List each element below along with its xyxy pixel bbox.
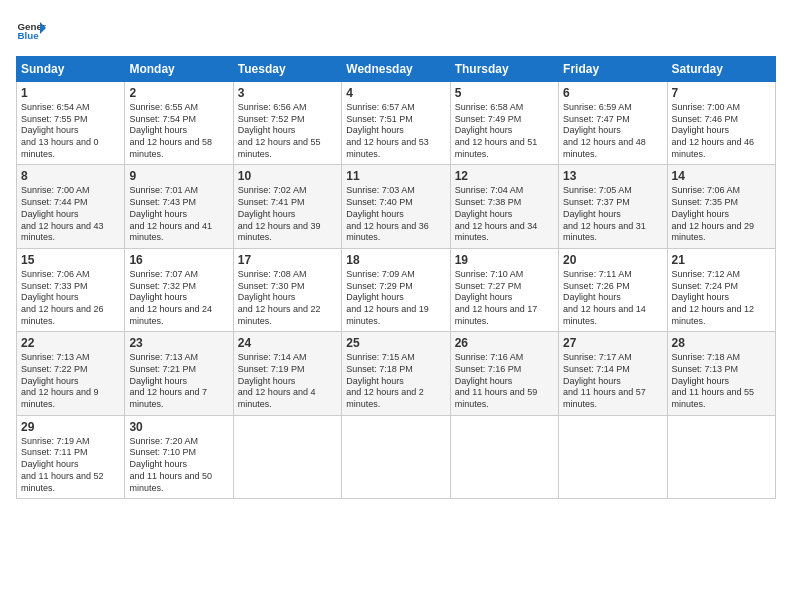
day-number: 4 bbox=[346, 86, 445, 100]
calendar-cell: 4 Sunrise: 6:57 AM Sunset: 7:51 PM Dayli… bbox=[342, 82, 450, 165]
day-info: Sunrise: 7:16 AM Sunset: 7:16 PM Dayligh… bbox=[455, 352, 554, 410]
header: General Blue bbox=[16, 16, 776, 46]
calendar-cell: 27 Sunrise: 7:17 AM Sunset: 7:14 PM Dayl… bbox=[559, 332, 667, 415]
calendar-cell: 13 Sunrise: 7:05 AM Sunset: 7:37 PM Dayl… bbox=[559, 165, 667, 248]
calendar-cell: 26 Sunrise: 7:16 AM Sunset: 7:16 PM Dayl… bbox=[450, 332, 558, 415]
weekday-header-saturday: Saturday bbox=[667, 57, 775, 82]
weekday-header-wednesday: Wednesday bbox=[342, 57, 450, 82]
day-number: 12 bbox=[455, 169, 554, 183]
day-info: Sunrise: 7:15 AM Sunset: 7:18 PM Dayligh… bbox=[346, 352, 445, 410]
calendar-table: SundayMondayTuesdayWednesdayThursdayFrid… bbox=[16, 56, 776, 499]
calendar-cell: 9 Sunrise: 7:01 AM Sunset: 7:43 PM Dayli… bbox=[125, 165, 233, 248]
day-info: Sunrise: 7:20 AM Sunset: 7:10 PM Dayligh… bbox=[129, 436, 228, 494]
day-number: 28 bbox=[672, 336, 771, 350]
day-number: 9 bbox=[129, 169, 228, 183]
day-number: 5 bbox=[455, 86, 554, 100]
day-number: 13 bbox=[563, 169, 662, 183]
day-info: Sunrise: 7:03 AM Sunset: 7:40 PM Dayligh… bbox=[346, 185, 445, 243]
calendar-cell: 21 Sunrise: 7:12 AM Sunset: 7:24 PM Dayl… bbox=[667, 248, 775, 331]
day-number: 17 bbox=[238, 253, 337, 267]
calendar-cell: 19 Sunrise: 7:10 AM Sunset: 7:27 PM Dayl… bbox=[450, 248, 558, 331]
day-info: Sunrise: 7:02 AM Sunset: 7:41 PM Dayligh… bbox=[238, 185, 337, 243]
day-info: Sunrise: 7:04 AM Sunset: 7:38 PM Dayligh… bbox=[455, 185, 554, 243]
day-info: Sunrise: 7:00 AM Sunset: 7:44 PM Dayligh… bbox=[21, 185, 120, 243]
day-number: 24 bbox=[238, 336, 337, 350]
week-row-3: 15 Sunrise: 7:06 AM Sunset: 7:33 PM Dayl… bbox=[17, 248, 776, 331]
day-number: 15 bbox=[21, 253, 120, 267]
calendar-cell: 2 Sunrise: 6:55 AM Sunset: 7:54 PM Dayli… bbox=[125, 82, 233, 165]
day-info: Sunrise: 7:06 AM Sunset: 7:35 PM Dayligh… bbox=[672, 185, 771, 243]
day-info: Sunrise: 7:12 AM Sunset: 7:24 PM Dayligh… bbox=[672, 269, 771, 327]
day-info: Sunrise: 7:13 AM Sunset: 7:22 PM Dayligh… bbox=[21, 352, 120, 410]
day-info: Sunrise: 6:59 AM Sunset: 7:47 PM Dayligh… bbox=[563, 102, 662, 160]
calendar-cell: 5 Sunrise: 6:58 AM Sunset: 7:49 PM Dayli… bbox=[450, 82, 558, 165]
day-number: 8 bbox=[21, 169, 120, 183]
day-info: Sunrise: 7:06 AM Sunset: 7:33 PM Dayligh… bbox=[21, 269, 120, 327]
day-info: Sunrise: 7:07 AM Sunset: 7:32 PM Dayligh… bbox=[129, 269, 228, 327]
day-info: Sunrise: 6:54 AM Sunset: 7:55 PM Dayligh… bbox=[21, 102, 120, 160]
calendar-cell: 22 Sunrise: 7:13 AM Sunset: 7:22 PM Dayl… bbox=[17, 332, 125, 415]
day-info: Sunrise: 7:13 AM Sunset: 7:21 PM Dayligh… bbox=[129, 352, 228, 410]
day-info: Sunrise: 7:01 AM Sunset: 7:43 PM Dayligh… bbox=[129, 185, 228, 243]
calendar-cell bbox=[559, 415, 667, 498]
weekday-header-row: SundayMondayTuesdayWednesdayThursdayFrid… bbox=[17, 57, 776, 82]
day-number: 30 bbox=[129, 420, 228, 434]
calendar-cell bbox=[233, 415, 341, 498]
day-info: Sunrise: 7:05 AM Sunset: 7:37 PM Dayligh… bbox=[563, 185, 662, 243]
day-number: 10 bbox=[238, 169, 337, 183]
calendar-cell: 7 Sunrise: 7:00 AM Sunset: 7:46 PM Dayli… bbox=[667, 82, 775, 165]
day-info: Sunrise: 7:19 AM Sunset: 7:11 PM Dayligh… bbox=[21, 436, 120, 494]
day-info: Sunrise: 7:11 AM Sunset: 7:26 PM Dayligh… bbox=[563, 269, 662, 327]
calendar-cell: 25 Sunrise: 7:15 AM Sunset: 7:18 PM Dayl… bbox=[342, 332, 450, 415]
day-info: Sunrise: 6:55 AM Sunset: 7:54 PM Dayligh… bbox=[129, 102, 228, 160]
day-info: Sunrise: 7:17 AM Sunset: 7:14 PM Dayligh… bbox=[563, 352, 662, 410]
calendar-cell: 14 Sunrise: 7:06 AM Sunset: 7:35 PM Dayl… bbox=[667, 165, 775, 248]
day-number: 3 bbox=[238, 86, 337, 100]
day-number: 2 bbox=[129, 86, 228, 100]
calendar-cell: 11 Sunrise: 7:03 AM Sunset: 7:40 PM Dayl… bbox=[342, 165, 450, 248]
calendar-cell: 18 Sunrise: 7:09 AM Sunset: 7:29 PM Dayl… bbox=[342, 248, 450, 331]
svg-text:Blue: Blue bbox=[18, 30, 40, 41]
day-info: Sunrise: 7:09 AM Sunset: 7:29 PM Dayligh… bbox=[346, 269, 445, 327]
week-row-2: 8 Sunrise: 7:00 AM Sunset: 7:44 PM Dayli… bbox=[17, 165, 776, 248]
day-info: Sunrise: 6:56 AM Sunset: 7:52 PM Dayligh… bbox=[238, 102, 337, 160]
week-row-1: 1 Sunrise: 6:54 AM Sunset: 7:55 PM Dayli… bbox=[17, 82, 776, 165]
logo: General Blue bbox=[16, 16, 46, 46]
calendar-cell: 16 Sunrise: 7:07 AM Sunset: 7:32 PM Dayl… bbox=[125, 248, 233, 331]
day-number: 18 bbox=[346, 253, 445, 267]
calendar-cell bbox=[667, 415, 775, 498]
week-row-5: 29 Sunrise: 7:19 AM Sunset: 7:11 PM Dayl… bbox=[17, 415, 776, 498]
day-info: Sunrise: 7:14 AM Sunset: 7:19 PM Dayligh… bbox=[238, 352, 337, 410]
day-number: 29 bbox=[21, 420, 120, 434]
day-info: Sunrise: 6:57 AM Sunset: 7:51 PM Dayligh… bbox=[346, 102, 445, 160]
day-number: 22 bbox=[21, 336, 120, 350]
calendar-cell bbox=[342, 415, 450, 498]
calendar-cell bbox=[450, 415, 558, 498]
logo-icon: General Blue bbox=[16, 16, 46, 46]
calendar-cell: 12 Sunrise: 7:04 AM Sunset: 7:38 PM Dayl… bbox=[450, 165, 558, 248]
calendar-cell: 20 Sunrise: 7:11 AM Sunset: 7:26 PM Dayl… bbox=[559, 248, 667, 331]
day-number: 11 bbox=[346, 169, 445, 183]
day-number: 23 bbox=[129, 336, 228, 350]
weekday-header-sunday: Sunday bbox=[17, 57, 125, 82]
weekday-header-friday: Friday bbox=[559, 57, 667, 82]
day-number: 6 bbox=[563, 86, 662, 100]
day-number: 14 bbox=[672, 169, 771, 183]
day-info: Sunrise: 7:08 AM Sunset: 7:30 PM Dayligh… bbox=[238, 269, 337, 327]
day-number: 25 bbox=[346, 336, 445, 350]
calendar-cell: 6 Sunrise: 6:59 AM Sunset: 7:47 PM Dayli… bbox=[559, 82, 667, 165]
calendar-cell: 17 Sunrise: 7:08 AM Sunset: 7:30 PM Dayl… bbox=[233, 248, 341, 331]
calendar-cell: 8 Sunrise: 7:00 AM Sunset: 7:44 PM Dayli… bbox=[17, 165, 125, 248]
weekday-header-thursday: Thursday bbox=[450, 57, 558, 82]
calendar-cell: 10 Sunrise: 7:02 AM Sunset: 7:41 PM Dayl… bbox=[233, 165, 341, 248]
calendar-cell: 23 Sunrise: 7:13 AM Sunset: 7:21 PM Dayl… bbox=[125, 332, 233, 415]
weekday-header-tuesday: Tuesday bbox=[233, 57, 341, 82]
day-number: 16 bbox=[129, 253, 228, 267]
day-number: 1 bbox=[21, 86, 120, 100]
day-number: 7 bbox=[672, 86, 771, 100]
calendar-cell: 30 Sunrise: 7:20 AM Sunset: 7:10 PM Dayl… bbox=[125, 415, 233, 498]
calendar-cell: 24 Sunrise: 7:14 AM Sunset: 7:19 PM Dayl… bbox=[233, 332, 341, 415]
day-number: 20 bbox=[563, 253, 662, 267]
calendar-cell: 1 Sunrise: 6:54 AM Sunset: 7:55 PM Dayli… bbox=[17, 82, 125, 165]
day-number: 19 bbox=[455, 253, 554, 267]
